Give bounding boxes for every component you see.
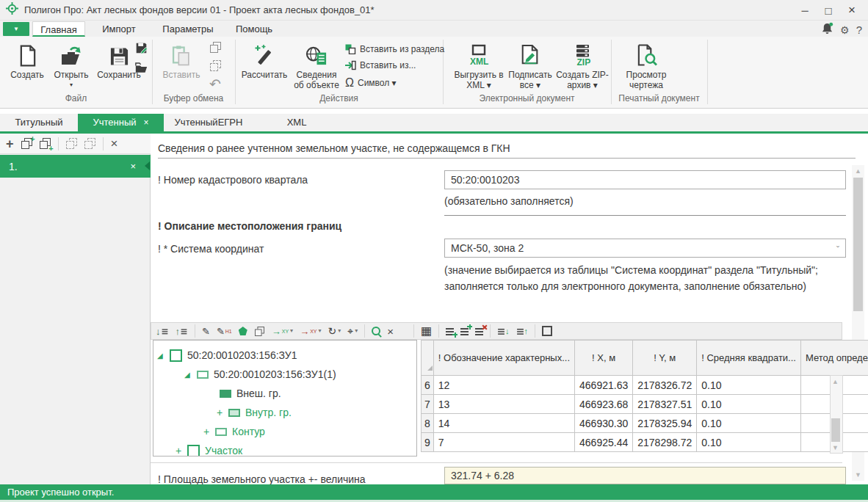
delete-section-button[interactable]: × <box>111 137 118 150</box>
row-number-header[interactable] <box>422 341 434 376</box>
save-as-button[interactable] <box>135 42 148 57</box>
undo-button[interactable]: ↶ <box>209 76 221 92</box>
scroll-up-icon[interactable]: ▲ <box>853 167 864 175</box>
area-input[interactable]: 321.74 + 6.28 <box>444 467 846 484</box>
new-button[interactable]: Создать <box>6 40 48 80</box>
tab-titulnyj[interactable]: Титульный <box>0 114 78 131</box>
tree-item-contour[interactable]: + Контур <box>203 422 265 441</box>
settings-gear-icon[interactable]: ⚙ <box>840 25 850 35</box>
table-row[interactable]: 7 13 466923.68 2178327.51 0.10 <box>422 395 868 414</box>
create-zip-button[interactable]: ZIP Создать ZIP-архив ▾ <box>555 40 610 90</box>
tree-item-parcel[interactable]: ◢ 50:20:0010203:156:ЗУ1 <box>157 346 297 365</box>
col-header-method[interactable]: Метод определе... <box>800 341 868 376</box>
add-row-button[interactable] <box>446 327 454 335</box>
rmse-cell[interactable]: 0.10 <box>697 376 801 395</box>
move-row-up-button[interactable]: ↑ <box>516 327 529 335</box>
designation-cell[interactable]: 14 <box>433 414 574 433</box>
col-header-y[interactable]: ! Y, м <box>633 341 697 376</box>
import-xy-button[interactable]: →XY▾ <box>272 327 293 336</box>
quarter-input[interactable]: 50:20:0010203 <box>444 170 846 189</box>
rmse-cell[interactable]: 0.10 <box>697 395 801 414</box>
paste-section-alt-button[interactable] <box>84 138 95 149</box>
scroll-down-icon[interactable]: ▼ <box>853 471 864 479</box>
save-copy-button[interactable] <box>135 62 148 76</box>
tree-item-contour-1[interactable]: ◢ 50:20:0010203:156:ЗУ1(1) <box>184 365 336 384</box>
menu-tab-settings[interactable]: Параметры <box>153 21 223 37</box>
export-xy-button[interactable]: →XY▾ <box>300 327 321 336</box>
rotate-contour-button[interactable]: ↻▾ <box>328 326 341 336</box>
edit-points-button[interactable]: ✎H1 <box>217 327 232 336</box>
renumber-points-button[interactable]: ↑ <box>176 327 189 336</box>
tree-item-inner-boundary[interactable]: + Внутр. гр. <box>216 403 292 422</box>
tab-uchtennyj-egrn[interactable]: УчтенныйЕГРН <box>164 114 253 131</box>
y-cell[interactable]: 2178298.72 <box>633 433 697 452</box>
table-row[interactable]: 9 7 466925.44 2178298.72 0.10 <box>422 433 868 452</box>
tree-collapsed-icon[interactable]: + <box>203 426 210 437</box>
tree-item-outer-boundary[interactable]: Внеш. гр. <box>220 384 281 403</box>
tab-xml[interactable]: XML <box>268 114 325 131</box>
maximize-button[interactable]: □ <box>817 1 840 19</box>
tree-expanded-icon[interactable]: ◢ <box>184 371 192 379</box>
designation-cell[interactable]: 7 <box>433 433 574 452</box>
insert-from-button[interactable]: Вставить из... <box>345 60 416 70</box>
rmse-cell[interactable]: 0.10 <box>697 414 801 433</box>
collapse-panel-icon[interactable] <box>145 161 150 170</box>
add-section-button[interactable]: + <box>6 137 14 150</box>
paste-button[interactable]: Вставить <box>157 40 206 80</box>
tab-uchtennyj[interactable]: Учтенный× <box>78 114 164 131</box>
tree-expanded-icon[interactable]: ◢ <box>157 352 164 360</box>
table-row[interactable]: 6 12 466921.63 2178326.72 0.10 <box>422 376 868 395</box>
table-scroll-down-icon[interactable]: ▼ <box>830 444 841 451</box>
notifications-bell-icon[interactable] <box>821 22 833 37</box>
tree-collapsed-icon[interactable]: + <box>175 445 182 456</box>
delete-row-button[interactable] <box>475 327 483 335</box>
col-header-rmse[interactable]: ! Средняя квадрати... <box>697 341 801 376</box>
paste-section-button[interactable] <box>66 138 77 149</box>
tree-item-uchastok[interactable]: + Участок <box>175 441 242 456</box>
coordinate-system-button[interactable]: ⌖▾ <box>347 326 358 336</box>
menu-tab-help[interactable]: Помощь <box>225 21 283 37</box>
insert-row-button[interactable] <box>460 327 469 335</box>
col-header-x[interactable]: ! X, м <box>575 341 633 376</box>
main-scrollbar-thumb[interactable] <box>853 178 863 311</box>
menu-tab-import[interactable]: Импорт <box>90 21 148 37</box>
minimize-button[interactable]: ─ <box>793 1 817 19</box>
x-cell[interactable]: 466930.30 <box>575 414 633 433</box>
sign-all-button[interactable]: Подписать все ▾ <box>505 40 555 90</box>
open-button[interactable]: Открыть ▾ <box>48 40 94 90</box>
y-cell[interactable]: 2178325.94 <box>633 414 697 433</box>
tree-collapsed-icon[interactable]: + <box>216 407 223 418</box>
designation-cell[interactable]: 13 <box>433 395 574 414</box>
calculate-button[interactable]: Рассчитать <box>238 40 291 80</box>
x-cell[interactable]: 466925.44 <box>575 433 633 452</box>
delete-contour-button[interactable]: × <box>387 326 394 337</box>
menu-tab-main[interactable]: Главная <box>32 21 85 37</box>
x-cell[interactable]: 466923.68 <box>575 395 633 414</box>
coord-system-select[interactable]: МСК-50, зона 2 ˇ <box>444 239 846 258</box>
sidebar-item-1[interactable]: 1. × <box>0 155 151 178</box>
col-header-designation[interactable]: ! Обозначение характерных... <box>433 341 574 376</box>
copy-button[interactable] <box>210 42 221 56</box>
fit-view-button[interactable] <box>542 326 552 336</box>
table-row[interactable]: 8 14 466930.30 2178325.94 0.10 <box>422 414 868 433</box>
polygon-button[interactable] <box>239 327 247 335</box>
insert-from-section-button[interactable]: Вставить из раздела <box>345 44 444 54</box>
edit-contour-button[interactable]: ✎ <box>202 327 210 336</box>
rmse-cell[interactable]: 0.10 <box>697 433 801 452</box>
copy-contour-button[interactable] <box>255 327 264 336</box>
move-row-down-button[interactable]: ↓ <box>497 327 510 335</box>
x-cell[interactable]: 466921.63 <box>575 376 633 395</box>
help-icon[interactable]: ? <box>856 24 862 35</box>
object-info-button[interactable]: Сведения об объекте <box>291 40 342 90</box>
preview-contour-button[interactable] <box>372 327 380 335</box>
table-scroll-up-icon[interactable]: ▲ <box>830 378 841 385</box>
symbol-button[interactable]: Ω Символ ▾ <box>345 76 397 90</box>
tab-close-icon[interactable]: × <box>144 117 149 128</box>
sort-points-desc-button[interactable]: ↓ <box>156 327 169 336</box>
paste-special-button[interactable] <box>210 60 221 74</box>
duplicate-section-button[interactable]: + <box>21 138 32 149</box>
close-button[interactable]: × <box>840 1 864 19</box>
table-scrollbar-thumb[interactable] <box>831 418 840 442</box>
table-view-button[interactable]: ▦ <box>421 325 432 337</box>
export-xml-button[interactable]: XML Выгрузить в XML ▾ <box>452 40 505 90</box>
